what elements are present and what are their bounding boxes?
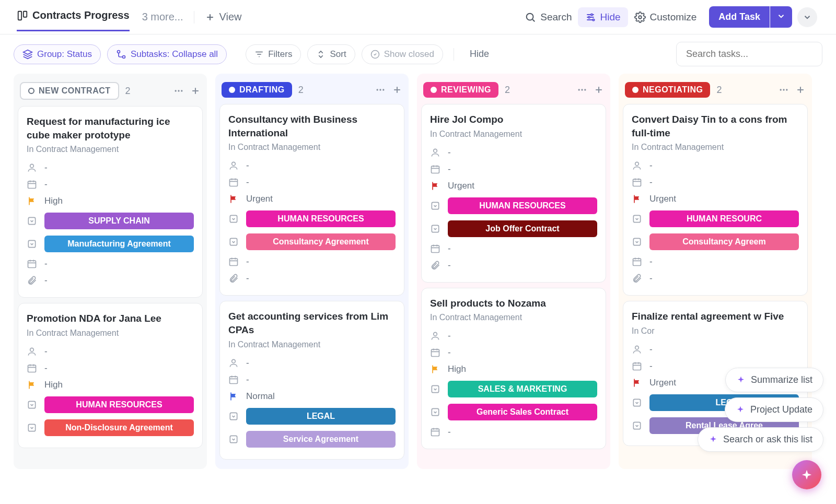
search-button[interactable]: Search (518, 8, 578, 26)
card-field-row: - (632, 341, 799, 358)
card-tag-row: Service Agreement (228, 428, 396, 451)
sparkle-icon (709, 435, 718, 444)
dropdown-icon (632, 214, 642, 224)
column-add-button[interactable] (392, 85, 402, 95)
customize-button[interactable]: Customize (628, 8, 703, 26)
status-label: REVIEWING (441, 85, 491, 95)
tag-badge[interactable]: HUMAN RESOURC (649, 210, 799, 227)
column-more-button[interactable] (779, 85, 789, 95)
flag-icon (27, 380, 37, 390)
task-card[interactable]: Request for manufacturing ice cube maker… (18, 106, 203, 298)
show-closed-chip[interactable]: Show closed (362, 44, 443, 64)
dropdown-icon (228, 214, 239, 224)
chevron-down-icon (803, 13, 812, 22)
column-more-button[interactable] (375, 85, 386, 95)
task-card[interactable]: Sell products to Nozama In Contract Mana… (421, 288, 606, 450)
tag-badge[interactable]: SALES & MARKETING (448, 381, 597, 397)
add-task-dropdown[interactable] (770, 6, 792, 28)
field-value: High (44, 196, 63, 206)
tag-badge[interactable]: SUPPLY CHAIN (44, 213, 194, 229)
tag-badge[interactable]: Service Agreement (246, 431, 396, 448)
svg-rect-16 (28, 241, 35, 248)
card-field-row: Urgent (228, 191, 396, 207)
tab-contracts-progress[interactable]: Contracts Progress (17, 9, 130, 31)
task-card[interactable]: Hire Jol Compo In Contract Management - … (421, 104, 606, 283)
card-field-row: - (632, 174, 799, 191)
subtasks-label: Subtasks: Collapse all (131, 49, 218, 60)
task-card[interactable]: Consultancy with Business International … (219, 104, 404, 296)
svg-rect-41 (432, 245, 439, 252)
status-pill[interactable]: NEGOTIATING (625, 82, 710, 98)
status-pill[interactable]: NEW CONTRACT (20, 82, 119, 100)
sparkle-icon (736, 405, 745, 415)
calendar-icon (430, 427, 440, 437)
svg-rect-52 (633, 216, 640, 222)
ai-summarize-chip[interactable]: Summarize list (725, 368, 823, 392)
calendar-icon (27, 363, 37, 373)
card-field-row: - (27, 255, 194, 272)
tag-badge[interactable]: Job Offer Contract (448, 220, 597, 237)
svg-point-13 (30, 165, 34, 168)
column-header: DRAFTING 2 (219, 78, 404, 104)
hide-toolbar-button[interactable]: Hide (465, 49, 494, 60)
subtasks-chip[interactable]: Subtasks: Collapse all (107, 44, 227, 64)
svg-rect-20 (28, 401, 35, 408)
filter-icon (254, 50, 264, 59)
status-dot-icon (28, 88, 34, 94)
column-more-button[interactable] (173, 86, 184, 96)
tag-badge[interactable]: LEGAL (246, 408, 396, 425)
svg-point-11 (178, 90, 179, 91)
card-title: Hire Jol Compo (430, 113, 597, 126)
tag-badge[interactable]: Generic Sales Contract (448, 404, 597, 420)
task-card[interactable]: Promotion NDA for Jana Lee In Contract M… (18, 303, 203, 448)
card-tag-row: Generic Sales Contract (430, 401, 597, 424)
tag-badge[interactable]: Manufacturing Agreement (44, 236, 194, 252)
column-add-button[interactable] (594, 85, 604, 95)
tag-badge[interactable]: HUMAN RESOURCES (448, 197, 597, 214)
field-value: - (448, 331, 451, 341)
tag-badge[interactable]: HUMAN RESOURCES (44, 396, 194, 413)
layers-icon (22, 49, 33, 60)
filters-chip[interactable]: Filters (246, 44, 301, 64)
ai-search-chip[interactable]: Search or ask this list (698, 427, 823, 452)
card-location: In Contract Management (228, 143, 396, 152)
field-value: - (649, 256, 653, 267)
card-field-row: - (228, 253, 396, 270)
card-tag-row: Non-Disclosure Agreement (27, 416, 194, 439)
flag-icon (632, 194, 642, 204)
status-pill[interactable]: REVIEWING (423, 82, 498, 98)
ai-project-chip[interactable]: Project Update (725, 397, 823, 422)
group-chip[interactable]: Group: Status (14, 44, 101, 64)
task-card[interactable]: Get accounting services from Lim CPAs In… (219, 301, 404, 459)
card-field-row: - (632, 270, 799, 287)
more-tabs[interactable]: 3 more... (142, 11, 183, 23)
tag-badge[interactable]: Consultancy Agreement (246, 233, 396, 250)
column-more-button[interactable] (577, 85, 587, 95)
column-count: 2 (716, 85, 722, 96)
svg-point-50 (635, 162, 639, 166)
card-field-row: - (228, 270, 396, 287)
column-count: 2 (125, 86, 131, 97)
hide-button[interactable]: Hide (578, 7, 628, 27)
sort-chip[interactable]: Sort (307, 44, 355, 64)
status-pill[interactable]: DRAFTING (222, 82, 292, 98)
svg-point-30 (232, 359, 236, 363)
tag-badge[interactable]: Consultancy Agreem (649, 233, 799, 250)
field-value: - (246, 374, 249, 385)
more-menu-button[interactable] (797, 7, 817, 27)
column-add-button[interactable] (190, 86, 201, 96)
show-closed-label: Show closed (384, 49, 434, 60)
status-label: DRAFTING (239, 85, 285, 95)
tag-badge[interactable]: Non-Disclosure Agreement (44, 419, 194, 436)
field-value: - (448, 260, 451, 271)
add-view-button[interactable]: View (205, 11, 242, 23)
svg-rect-28 (230, 239, 237, 245)
field-value: - (246, 160, 249, 171)
add-task-button[interactable]: Add Task (709, 6, 770, 28)
card-tag-row: Consultancy Agreem (632, 230, 799, 253)
field-value: - (44, 275, 48, 286)
task-card[interactable]: Convert Daisy Tin to a cons from full-ti… (623, 104, 808, 296)
column-add-button[interactable] (795, 85, 806, 95)
tag-badge[interactable]: HUMAN RESOURCES (246, 210, 396, 227)
search-tasks-input[interactable] (676, 42, 822, 66)
